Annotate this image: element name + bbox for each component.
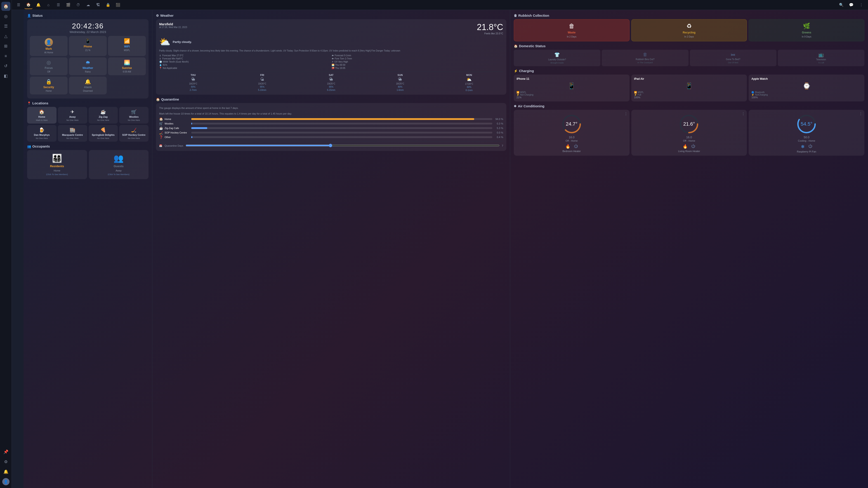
topnav-building[interactable]: 🏗: [94, 1, 102, 9]
ac-bedroom-power[interactable]: ⏻: [574, 144, 578, 149]
weather-location: Marsfield: [159, 22, 187, 26]
ac-livingroom-power[interactable]: ⏻: [691, 144, 695, 149]
loc-macquarie[interactable]: 🏬 Macquarie Centre No One Here: [58, 125, 87, 142]
recycling-sub: In 2 Days: [684, 35, 694, 38]
sidebar: 🏠 ◎ ☰ △ ⊞ ≡ ↺ ◧ 📌 ⚙ 🔔 👤: [0, 0, 12, 488]
topnav-house[interactable]: ⌂: [44, 1, 53, 9]
ac-livingroom-settemp: 16.0: [686, 135, 692, 139]
sidebar-item-home[interactable]: 🏠: [1, 2, 10, 11]
loc-home[interactable]: 🏠 Home Mark Is Here: [27, 107, 57, 124]
rubbish-waste[interactable]: 🗑 Waste In 2 Days: [514, 19, 629, 41]
topnav-security[interactable]: 🔒: [104, 1, 112, 9]
loc-home-sub: Mark Is Here: [36, 119, 48, 121]
ac-rpi-menu[interactable]: ⋮: [859, 111, 863, 116]
topnav-timer[interactable]: ⏱: [74, 1, 82, 9]
sidebar-item-bell[interactable]: 🔔: [1, 467, 10, 476]
loc-zigzag[interactable]: ☕ Zig Zag No One Here: [89, 107, 118, 124]
q-slider-value: 7: [502, 144, 503, 147]
residents-link[interactable]: (Click To See Members): [46, 173, 68, 175]
search-icon[interactable]: 🔍: [837, 1, 845, 9]
weather-detail-na: 📍Not Applicable: [159, 67, 331, 69]
status-tile-sunrise[interactable]: 🌅 Sunrise 6:59 AM: [108, 57, 146, 75]
chat-icon[interactable]: 💬: [847, 1, 855, 9]
q-other-bar: [191, 136, 192, 138]
residents-card[interactable]: 👨‍👩‍👧‍👦 Residents Home (Click To See Mem…: [27, 150, 87, 179]
topnav-display[interactable]: ⬛: [114, 1, 122, 9]
watch-pct: 100%: [751, 96, 862, 99]
q-woolies-bar-container: [191, 123, 492, 125]
q-home-name: Home: [164, 118, 189, 121]
sidebar-item-panel[interactable]: ◧: [1, 71, 10, 80]
phone-sub: 21 %: [85, 49, 90, 52]
ac-bedroom-controls: 🔥 ⏻: [565, 144, 578, 149]
ipad-title: iPad Air: [634, 77, 744, 80]
sidebar-item-refresh[interactable]: ↺: [1, 61, 10, 70]
sidebar-item-lines[interactable]: ≡: [1, 52, 10, 61]
more-icon[interactable]: ⋮: [857, 1, 865, 9]
status-tile-mark[interactable]: 👤 Mark At Home: [30, 36, 68, 56]
weather-title: ⚙ Weather: [156, 13, 506, 18]
residents-label: Residents: [50, 164, 64, 168]
charging-iphone: iPhone 11 📱 📶MSPL ⚡Not Charging 21%: [514, 74, 629, 101]
sidebar-avatar[interactable]: 👤: [1, 477, 10, 486]
ac-livingroom-menu[interactable]: ⋮: [741, 111, 745, 116]
loc-springbok[interactable]: 🍕 Springbok Delights No One Here: [89, 125, 118, 142]
loc-danmurphys-icon: 🍺: [39, 127, 44, 133]
mark-label: Mark: [45, 47, 52, 51]
ac-livingroom-flame[interactable]: 🔥: [683, 144, 688, 149]
loc-danmurphys[interactable]: 🍺 Dan Murphys No One Here: [27, 125, 57, 142]
domestic-grid: 👕 Laundry Outside? Brought Inside 🗑 Rubb…: [514, 50, 864, 66]
quarantine-days-slider[interactable]: [186, 144, 500, 147]
loc-woolies[interactable]: 🛒 Woolies No One Here: [119, 107, 149, 124]
status-tile-phone[interactable]: 📱 Phone 21 %: [69, 36, 107, 56]
domestic-section: 🏠 Domestic Status 👕 Laundry Outside? Bro…: [514, 44, 864, 66]
sidebar-item-circle[interactable]: ◎: [1, 12, 10, 21]
domestic-title: 🏠 Domestic Status: [514, 44, 864, 48]
topnav-bell[interactable]: 🔔: [34, 1, 42, 9]
guests-card[interactable]: 👥 Guests Away (Click To See Members): [89, 150, 149, 179]
loc-away[interactable]: ✈ Away No One Here: [58, 107, 87, 124]
loc-away-name: Away: [69, 116, 76, 118]
ac-bedroom-label: Bedroom Heater: [562, 150, 581, 153]
locations-title: 📍 Locations: [27, 101, 149, 105]
security-label: Security: [43, 86, 54, 89]
q-zigzag-bar-container: [191, 127, 492, 129]
watch-icon: ⌚: [751, 82, 862, 90]
topnav-media[interactable]: 🎬: [64, 1, 72, 9]
status-tile-focus[interactable]: ◎ Focus Off: [30, 57, 68, 75]
loc-woolies-icon: 🛒: [131, 109, 137, 115]
status-tile-weather[interactable]: 🌧 Weather Rainy: [69, 57, 107, 75]
loc-away-sub: No One Here: [66, 119, 79, 121]
weather-datetime: at 17:28, Wed Mar 22, 2023: [159, 26, 187, 29]
sidebar-item-settings[interactable]: ⚙: [1, 457, 10, 466]
topnav-list[interactable]: ☰: [54, 1, 62, 9]
topnav-home[interactable]: 🏠: [24, 1, 33, 9]
q-home-bar: [191, 118, 474, 120]
guests-link[interactable]: (Click To See Members): [108, 173, 129, 175]
sidebar-item-menu[interactable]: ☰: [1, 22, 10, 31]
status-tile-wifi[interactable]: 📶 WiFi MSPL: [108, 36, 146, 56]
q-row-woolies: 🛒 Woolies 0.3 %: [159, 122, 503, 125]
quarantine-slider-row: 📅 Quarantine Days 7: [159, 141, 503, 148]
weather-status-sub: Rainy: [85, 70, 91, 73]
sidebar-item-pin[interactable]: 📌: [1, 447, 10, 456]
residents-icon: 👨‍👩‍👧‍👦: [52, 154, 62, 163]
sidebar-item-grid[interactable]: ⊞: [1, 41, 10, 51]
ac-bedroom-flame[interactable]: 🔥: [565, 144, 570, 149]
ac-rpi-fan[interactable]: ❄: [801, 144, 805, 149]
sidebar-item-triangle[interactable]: △: [1, 32, 10, 41]
loc-woolies-sub: No One Here: [128, 119, 140, 121]
loc-sop[interactable]: 🏒 SOP Hockey Centre No One Here: [119, 125, 149, 142]
ac-bedroom-menu[interactable]: ⋮: [624, 111, 628, 116]
rubbish-greens[interactable]: 🌿 Greens In 9 Days: [749, 19, 864, 41]
rubbish-recycling[interactable]: ♻ Recycling In 2 Days: [631, 19, 747, 41]
weather-temp-block: 21.8°C Feels like 23.5°C: [477, 22, 503, 35]
ac-rpi-power[interactable]: ⏻: [808, 144, 812, 149]
topnav-cloud[interactable]: ☁: [84, 1, 92, 9]
topnav-menu[interactable]: ☰: [14, 1, 23, 9]
status-tile-alarm[interactable]: 🔔 Alarm Disarmed: [69, 76, 107, 94]
loc-zigzag-sub: No One Here: [97, 119, 109, 121]
weather-detail-maxtemp: 🌡Forecast Max 27.0°C: [159, 54, 331, 57]
q-home-icon: 🏠: [159, 117, 163, 121]
status-tile-security[interactable]: 🔒 Security Home: [30, 76, 68, 94]
